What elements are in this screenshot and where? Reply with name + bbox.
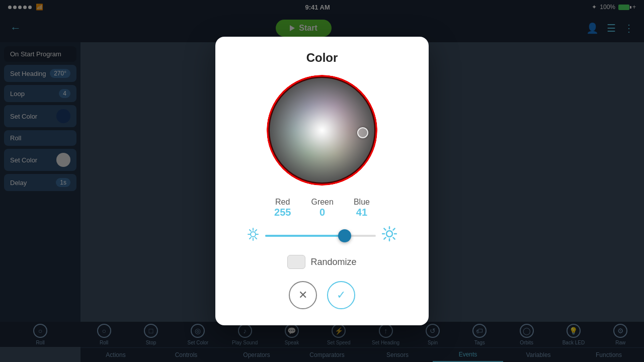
blue-label: Blue — [354, 198, 370, 207]
cancel-button[interactable]: ✕ — [289, 281, 317, 309]
svg-line-18 — [384, 228, 385, 230]
confirm-button[interactable]: ✓ — [327, 281, 355, 309]
randomize-label: Randomize — [310, 257, 356, 267]
blue-value: 41 — [356, 207, 367, 218]
randomize-row: Randomize — [287, 255, 356, 269]
action-buttons: ✕ ✓ — [289, 281, 355, 309]
blue-col: Blue 41 — [354, 198, 370, 218]
svg-line-21 — [393, 228, 394, 230]
svg-line-20 — [384, 237, 385, 239]
svg-line-12 — [255, 229, 257, 231]
brightness-slider-fill — [265, 235, 345, 237]
color-dialog: Color — [215, 37, 429, 325]
dialog-overlay: Color — [0, 0, 644, 362]
randomize-checkbox[interactable] — [287, 255, 305, 269]
dialog-title: Color — [306, 51, 338, 65]
svg-line-19 — [393, 237, 394, 239]
brightness-slider-thumb[interactable] — [338, 229, 351, 242]
green-label: Green — [311, 198, 333, 207]
svg-point-4 — [251, 232, 256, 237]
red-col: Red 255 — [274, 198, 291, 218]
brightness-dim-icon — [247, 227, 259, 244]
svg-line-11 — [250, 237, 251, 239]
green-value: 0 — [319, 207, 325, 218]
color-wheel-container[interactable] — [267, 75, 377, 186]
rgb-values: Red 255 Green 0 Blue 41 — [231, 198, 413, 218]
svg-line-9 — [250, 229, 251, 231]
color-wheel-selector[interactable] — [357, 127, 368, 138]
confirm-icon: ✓ — [337, 289, 346, 302]
brightness-bright-icon — [382, 226, 397, 245]
brightness-slider-track[interactable] — [265, 235, 376, 237]
red-value: 255 — [274, 207, 291, 218]
svg-line-10 — [255, 237, 257, 239]
green-col: Green 0 — [311, 198, 333, 218]
brightness-row — [231, 226, 413, 245]
red-label: Red — [275, 198, 290, 207]
cancel-icon: ✕ — [298, 289, 307, 302]
svg-point-13 — [386, 231, 392, 237]
